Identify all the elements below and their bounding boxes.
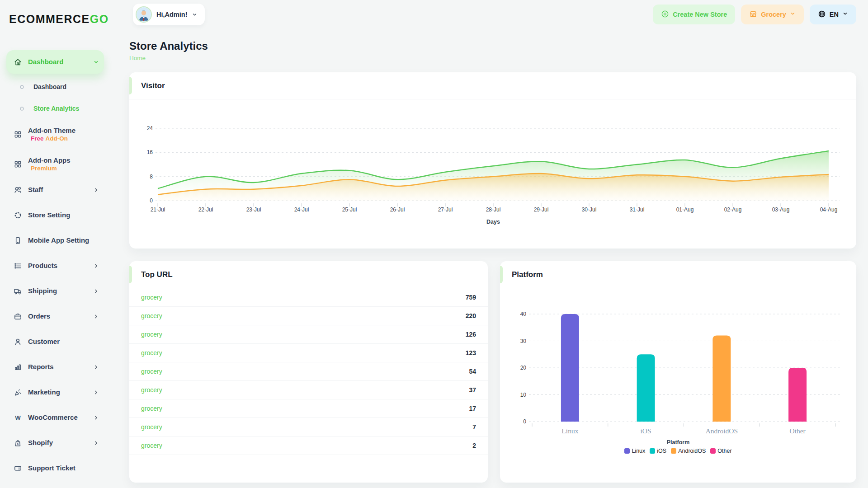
sidebar-item-staff[interactable]: Staff xyxy=(6,182,104,198)
url-count: 126 xyxy=(466,331,476,338)
svg-text:23-Jul: 23-Jul xyxy=(246,206,261,213)
svg-text:AndroidOS: AndroidOS xyxy=(706,427,738,435)
svg-text:31-Jul: 31-Jul xyxy=(630,206,645,213)
sidebar-item-support-ticket[interactable]: Support Ticket xyxy=(6,460,104,476)
sidebar-item-badge: Premium xyxy=(28,165,99,172)
brand-logo[interactable]: ECOMMERCEGO xyxy=(9,13,108,26)
url-link[interactable]: grocery xyxy=(141,386,162,394)
sidebar-item-customer[interactable]: Customer xyxy=(6,333,104,350)
visitor-area-chart: 08162421-Jul22-Jul23-Jul24-Jul25-Jul26-J… xyxy=(141,104,844,239)
sidebar-item-shipping[interactable]: Shipping xyxy=(6,283,104,299)
sidebar-item-woocommerce[interactable]: WWooCommerce xyxy=(6,409,104,426)
sidebar-item-reports[interactable]: Reports xyxy=(6,359,104,375)
sidebar-item-store-setting[interactable]: Store Setting xyxy=(6,207,104,223)
svg-text:8: 8 xyxy=(150,174,153,180)
grid-icon xyxy=(14,160,24,169)
svg-text:Other: Other xyxy=(789,427,806,435)
sidebar-item-label: Store Analytics xyxy=(33,105,79,112)
legend-item-other[interactable]: Other xyxy=(710,448,731,454)
brand-name-accent: GO xyxy=(90,13,109,25)
language-selector-button[interactable]: EN xyxy=(810,5,856,24)
shipping-icon xyxy=(14,287,24,296)
sidebar-item-label: Dashboard xyxy=(28,58,63,66)
breadcrumb-home[interactable]: Home xyxy=(129,55,146,61)
sidebar-item-dashboard-sub[interactable]: Dashboard xyxy=(6,79,104,95)
sidebar-item-label: Products xyxy=(28,262,57,269)
sidebar-item-label: Add-on Apps xyxy=(28,156,71,164)
store-selector-label: Grocery xyxy=(761,11,786,18)
svg-text:02-Aug: 02-Aug xyxy=(724,206,742,213)
table-row: grocery123 xyxy=(129,344,488,362)
visitor-chart-body: 08162421-Jul22-Jul23-Jul24-Jul25-Jul26-J… xyxy=(129,99,856,241)
main-content: Store Analytics Home Visitor 08162421-Ju… xyxy=(108,29,868,488)
svg-text:25-Jul: 25-Jul xyxy=(342,206,357,213)
topbar: Hi,Admin! Create New Store Grocery EN xyxy=(108,0,868,29)
sidebar-item-store-analytics[interactable]: Store Analytics xyxy=(6,100,104,117)
svg-text:28-Jul: 28-Jul xyxy=(486,206,501,213)
url-link[interactable]: grocery xyxy=(141,368,162,375)
url-link[interactable]: grocery xyxy=(141,405,162,412)
url-count: 17 xyxy=(469,405,476,412)
chevron-down-icon xyxy=(93,59,99,65)
url-link[interactable]: grocery xyxy=(141,294,162,301)
table-row: grocery220 xyxy=(129,307,488,325)
top-url-card: Top URL grocery759grocery220grocery126gr… xyxy=(129,261,488,483)
sidebar-item-orders[interactable]: Orders xyxy=(6,308,104,324)
url-link[interactable]: grocery xyxy=(141,349,162,357)
chevron-down-icon xyxy=(790,11,796,18)
reports-icon xyxy=(14,363,24,371)
visitor-card: Visitor 08162421-Jul22-Jul23-Jul24-Jul25… xyxy=(129,72,856,249)
svg-text:30: 30 xyxy=(520,338,527,344)
sidebar-item-label: Dashboard xyxy=(33,83,66,90)
chevron-down-icon xyxy=(842,11,848,18)
page-title: Store Analytics xyxy=(129,40,856,52)
sidebar-item-label: Shipping xyxy=(28,287,57,295)
svg-text:Days: Days xyxy=(486,219,500,225)
sidebar-item-label: Shopify xyxy=(28,439,53,446)
legend-label: AndroidOS xyxy=(678,448,706,454)
legend-swatch xyxy=(710,448,716,454)
url-link[interactable]: grocery xyxy=(141,312,162,319)
table-row: grocery759 xyxy=(129,288,488,307)
table-row: grocery54 xyxy=(129,362,488,381)
svg-text:20: 20 xyxy=(520,365,527,371)
chevron-right-icon xyxy=(93,440,99,446)
sidebar-item-addon-theme[interactable]: Add-on ThemeFreeAdd-On xyxy=(6,122,104,146)
sidebar-item-products[interactable]: Products xyxy=(6,258,104,274)
legend-item-linux[interactable]: Linux xyxy=(624,448,645,454)
sidebar-item-addon-apps[interactable]: Add-on AppsPremium xyxy=(6,152,104,176)
avatar xyxy=(136,6,152,23)
sidebar-item-mobile-app-setting[interactable]: Mobile App Setting xyxy=(6,232,104,249)
sidebar-item-dashboard[interactable]: Dashboard xyxy=(6,50,104,74)
language-label: EN xyxy=(830,11,839,18)
table-row: grocery126 xyxy=(129,325,488,344)
home-icon xyxy=(14,58,24,66)
svg-text:01-Aug: 01-Aug xyxy=(676,206,694,213)
platform-legend-title: Platform xyxy=(512,439,844,446)
circle-icon xyxy=(19,84,30,90)
url-link[interactable]: grocery xyxy=(141,442,162,449)
user-menu-button[interactable]: Hi,Admin! xyxy=(133,4,205,25)
chevron-right-icon xyxy=(93,263,99,269)
legend-item-ios[interactable]: iOS xyxy=(650,448,666,454)
chevron-right-icon xyxy=(93,314,99,319)
create-new-store-button[interactable]: Create New Store xyxy=(653,5,735,24)
globe-icon xyxy=(818,10,826,19)
chevron-right-icon xyxy=(93,187,99,193)
platform-bar-chart: 010203040LinuxiOSAndroidOSOther xyxy=(512,294,844,438)
url-link[interactable]: grocery xyxy=(141,423,162,431)
table-row: grocery37 xyxy=(129,381,488,399)
sidebar-item-marketing[interactable]: Marketing xyxy=(6,384,104,400)
circle-icon xyxy=(19,106,30,112)
url-link[interactable]: grocery xyxy=(141,331,162,338)
svg-text:16: 16 xyxy=(147,149,153,155)
mobile-icon xyxy=(14,236,24,245)
customer-icon xyxy=(14,338,24,346)
sidebar: ECOMMERCEGO DashboardDashboardStore Anal… xyxy=(0,0,108,488)
sidebar-item-shopify[interactable]: SShopify xyxy=(6,435,104,451)
store-selector-button[interactable]: Grocery xyxy=(741,5,804,24)
legend-item-androidos[interactable]: AndroidOS xyxy=(671,448,706,454)
sidebar-item-label: Staff xyxy=(28,186,43,193)
top-url-card-header: Top URL xyxy=(129,261,488,288)
svg-text:S: S xyxy=(17,442,19,445)
